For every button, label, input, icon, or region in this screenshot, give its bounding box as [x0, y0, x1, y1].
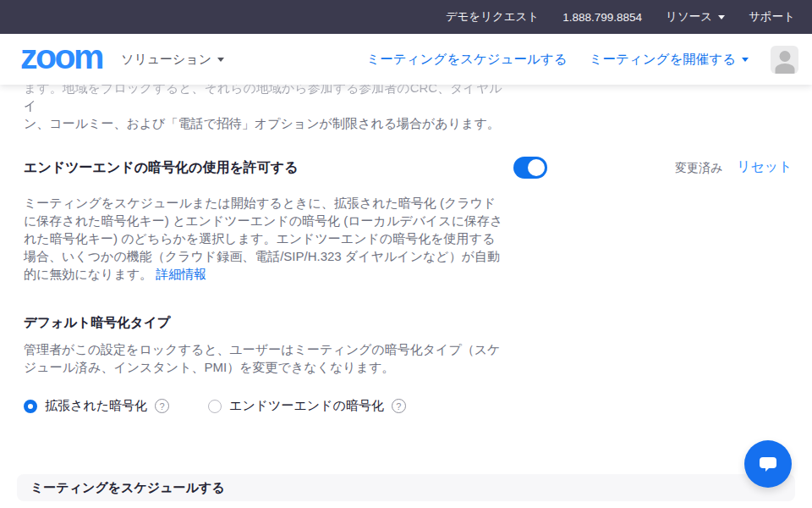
default-encryption-title: デフォルト暗号化タイプ [24, 314, 170, 332]
toggle-knob [528, 159, 545, 176]
header-actions: ミーティングをスケジュールする ミーティングを開催する [366, 46, 798, 74]
e2e-encryption-setting-title: エンドツーエンドの暗号化の使用を許可する [24, 159, 299, 177]
help-question-icon[interactable]: ? [155, 399, 169, 413]
schedule-meeting-section-title: ミーティングをスケジュールする [30, 480, 225, 496]
clipped-paragraph-line2: ン、コールミー、および「電話で招待」オプションが制限される場合があります。 [24, 114, 514, 132]
zoom-logo[interactable]: zoom [20, 40, 102, 80]
chat-bubble-icon [757, 454, 779, 474]
chevron-down-icon [718, 15, 725, 19]
radio-option-enhanced-encryption[interactable]: 拡張された暗号化 ? [24, 398, 169, 414]
reset-link[interactable]: リセット [737, 158, 793, 176]
radio-selected-icon[interactable] [24, 400, 37, 413]
host-meeting-menu[interactable]: ミーティングを開催する [590, 51, 749, 69]
solutions-menu-label: ソリューション [121, 52, 211, 68]
resources-menu-label: リソース [666, 9, 712, 25]
schedule-meeting-link[interactable]: ミーティングをスケジュールする [366, 51, 567, 69]
avatar-person-icon [775, 64, 794, 74]
top-utility-bar: デモをリクエスト 1.888.799.8854 リソース サポート [0, 0, 812, 34]
schedule-meeting-section-header: ミーティングをスケジュールする [17, 474, 795, 501]
site-header: zoom ソリューション ミーティングをスケジュールする ミーティングを開催する [0, 34, 812, 85]
solutions-menu[interactable]: ソリューション [121, 52, 224, 68]
default-encryption-description: 管理者がこの設定をロックすると、ユーザーはミーティングの暗号化タイプ（スケジュー… [24, 340, 508, 376]
chevron-down-icon [217, 58, 224, 62]
e2e-encryption-toggle[interactable] [513, 157, 547, 179]
user-avatar[interactable] [771, 46, 798, 74]
radio-unselected-icon[interactable] [208, 400, 222, 413]
encryption-type-radio-group: 拡張された暗号化 ? エンドツーエンドの暗号化 ? [24, 398, 406, 414]
chevron-down-icon [742, 58, 749, 62]
resources-menu[interactable]: リソース [666, 9, 725, 25]
learn-more-link[interactable]: 詳細情報 [156, 267, 206, 281]
radio-option-label: 拡張された暗号化 [45, 398, 147, 414]
radio-option-e2e-encryption[interactable]: エンドツーエンドの暗号化 ? [208, 398, 406, 414]
radio-option-label: エンドツーエンドの暗号化 [229, 398, 384, 414]
phone-number[interactable]: 1.888.799.8854 [562, 11, 642, 24]
modified-status-badge: 変更済み [675, 161, 722, 176]
support-link[interactable]: サポート [749, 9, 795, 25]
e2e-encryption-description: ミーティングをスケジュールまたは開始するときに、拡張された暗号化 (クラウドに保… [24, 194, 508, 283]
chat-support-button[interactable] [744, 440, 792, 488]
request-demo-link[interactable]: デモをリクエスト [446, 9, 540, 25]
zoom-settings-page: デモをリクエスト 1.888.799.8854 リソース サポート ます。地域を… [0, 0, 812, 508]
host-meeting-label: ミーティングを開催する [590, 51, 736, 69]
e2e-encryption-description-text: ミーティングをスケジュールまたは開始するときに、拡張された暗号化 (クラウドに保… [24, 196, 502, 281]
avatar-person-icon [779, 51, 790, 62]
help-question-icon[interactable]: ? [392, 399, 406, 413]
clipped-paragraph: ます。地域をブロックすると、それらの地域から参加する参加者のCRC、ダイヤルイ … [24, 79, 514, 132]
